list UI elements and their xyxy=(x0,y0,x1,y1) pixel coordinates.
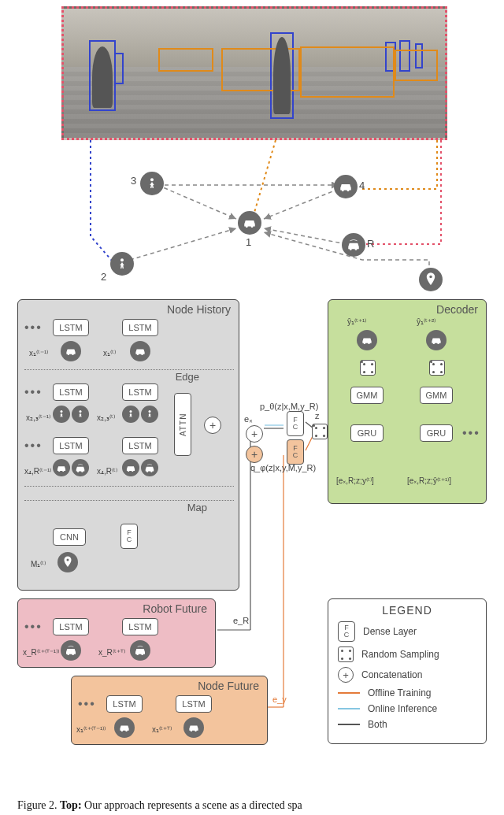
svg-point-10 xyxy=(150,178,154,181)
caption-bold: Top: xyxy=(60,799,82,811)
attn-block: ATTN xyxy=(174,393,191,456)
fc-label: C xyxy=(293,452,298,459)
car-icon xyxy=(357,330,377,350)
input-label: x₄,R⁽ᵗ⁾ xyxy=(97,467,117,476)
bbox-car xyxy=(395,50,438,81)
car-icon xyxy=(426,330,447,350)
legend-label: Both xyxy=(368,719,387,730)
lstm-block: LSTM xyxy=(53,319,89,336)
output-label: ŷ₁⁽ᵗ⁺²⁾ xyxy=(417,317,435,326)
concat-icon: + xyxy=(246,446,263,463)
fc-block: FC xyxy=(287,439,304,465)
graph-node-car-center xyxy=(238,211,261,235)
svg-point-11 xyxy=(120,258,124,261)
input-label: x_R⁽ᵗ⁺ᵀ⁾ xyxy=(98,648,125,657)
line-icon xyxy=(338,724,360,725)
fc-block: FC xyxy=(287,411,304,436)
lstm-block: LSTM xyxy=(122,437,158,454)
graph-node-pedestrian xyxy=(110,252,134,276)
input-label: x₄,R⁽ᵗ⁻¹⁾ xyxy=(24,467,51,476)
robot-car-icon xyxy=(141,459,158,476)
car-icon xyxy=(114,717,135,738)
pedestrian-icon xyxy=(122,406,139,423)
panel-title: Robot Future xyxy=(143,602,207,615)
lstm-block: LSTM xyxy=(122,383,158,401)
panel-legend: LEGEND FC Dense Layer Random Sampling + … xyxy=(328,598,487,744)
gru-block: GRU xyxy=(350,424,384,442)
fc-icon: FC xyxy=(338,621,355,642)
pedestrian-figure xyxy=(92,46,113,108)
car-icon xyxy=(130,341,150,361)
lstm-block: LSTM xyxy=(122,618,158,635)
legend-row: Offline Training xyxy=(338,687,476,698)
svg-point-12 xyxy=(61,410,63,413)
input-label: x_R⁽ᵗ⁺⁽ᵀ⁻¹⁾⁾ xyxy=(23,648,59,657)
input-label: x₁⁽ᵗ⁺⁽ᵀ⁻¹⁾⁾ xyxy=(76,725,106,734)
dice-icon xyxy=(338,646,354,662)
legend-row: Online Inference xyxy=(338,703,476,714)
input-label: x₂,₃⁽ᵗ⁾ xyxy=(97,413,115,422)
input-label: x₂,₃⁽ᵗ⁻¹⁾ xyxy=(26,413,50,422)
panel-decoder: Decoder ŷ₁⁽ᵗ⁺¹⁾ ŷ₁⁽ᵗ⁺²⁾ GMM GMM GRU GRU … xyxy=(328,299,487,504)
panel-title: Node Future xyxy=(198,680,259,692)
lstm-block: LSTM xyxy=(53,437,89,454)
gmm-block: GMM xyxy=(350,387,384,404)
panel-robot-future: Robot Future ••• LSTM LSTM x_R⁽ᵗ⁺⁽ᵀ⁻¹⁾⁾ … xyxy=(17,598,216,668)
robot-car-icon xyxy=(61,640,81,661)
input-label: x₁⁽ᵗ⁾ xyxy=(103,349,116,357)
ellipsis: ••• xyxy=(24,385,43,399)
decoder-input-label: [eₓ,R;z;y⁽ᵗ⁾] xyxy=(336,476,374,485)
fc-label: C xyxy=(127,536,132,543)
math-label: q_φ(z|x,y,M,y_R) xyxy=(250,463,316,472)
input-label: x₁⁽ᵗ⁻¹⁾ xyxy=(29,349,48,357)
decoder-input-label: [eₓ,R;z;ŷ⁽ᵗ⁺¹⁾] xyxy=(407,476,451,485)
gmm-block: GMM xyxy=(420,387,453,404)
legend-label: Offline Training xyxy=(368,687,432,698)
pedestrian-icon xyxy=(53,406,70,423)
concat-icon: + xyxy=(246,425,263,443)
caption-rest: Our approach represents a scene as a dir… xyxy=(82,799,302,811)
caption-prefix: Figure 2. xyxy=(17,799,60,811)
cnn-block: CNN xyxy=(53,528,86,546)
legend-row: Random Sampling xyxy=(338,646,476,662)
legend-label: Concatenation xyxy=(361,669,422,680)
panel-title: Decoder xyxy=(436,303,478,316)
graph-node-map-pin xyxy=(419,268,443,291)
separator xyxy=(24,486,234,487)
section-title: Edge xyxy=(176,371,199,383)
random-sampling-icon xyxy=(429,360,445,376)
graph-node-label: 1 xyxy=(246,236,251,248)
graph-node-label: 4 xyxy=(359,180,365,191)
legend-row: Both xyxy=(338,719,476,730)
math-label: e_R xyxy=(233,616,249,625)
line-icon xyxy=(338,692,360,694)
math-label: e_y xyxy=(272,695,287,704)
concat-icon: + xyxy=(204,417,221,434)
car-icon xyxy=(53,459,70,476)
output-label: ŷ₁⁽ᵗ⁺¹⁾ xyxy=(347,317,366,326)
random-sampling-icon xyxy=(312,424,328,439)
input-label: M₁⁽ᵗ⁾ xyxy=(31,560,46,569)
graph-node-pedestrian xyxy=(140,172,164,195)
math-label: p_θ(z|x,M,y_R) xyxy=(260,402,318,411)
ellipsis: ••• xyxy=(24,620,43,634)
legend-label: Online Inference xyxy=(368,703,437,714)
figure-caption: Figure 2. Top: Our approach represents a… xyxy=(17,799,487,812)
ellipsis: ••• xyxy=(24,320,43,335)
graph-node-car xyxy=(334,175,358,198)
legend-row: FC Dense Layer xyxy=(338,621,476,642)
math-label: z xyxy=(315,411,320,420)
panel-encoder: Node History ••• LSTM LSTM x₁⁽ᵗ⁻¹⁾ x₁⁽ᵗ⁾… xyxy=(17,299,239,591)
bbox-pedestrian xyxy=(114,53,124,84)
lstm-block: LSTM xyxy=(53,383,89,401)
fc-block: FC xyxy=(120,524,138,549)
svg-point-13 xyxy=(80,410,82,413)
lstm-block: LSTM xyxy=(53,618,89,635)
ellipsis: ••• xyxy=(462,426,480,440)
panel-node-future: Node Future ••• LSTM LSTM x₁⁽ᵗ⁺⁽ᵀ⁻¹⁾⁾ x₁… xyxy=(71,676,268,745)
separator xyxy=(24,500,234,501)
scene-image xyxy=(61,6,447,140)
line-icon xyxy=(338,708,360,709)
plus-icon: + xyxy=(338,667,354,683)
random-sampling-icon xyxy=(360,360,376,376)
